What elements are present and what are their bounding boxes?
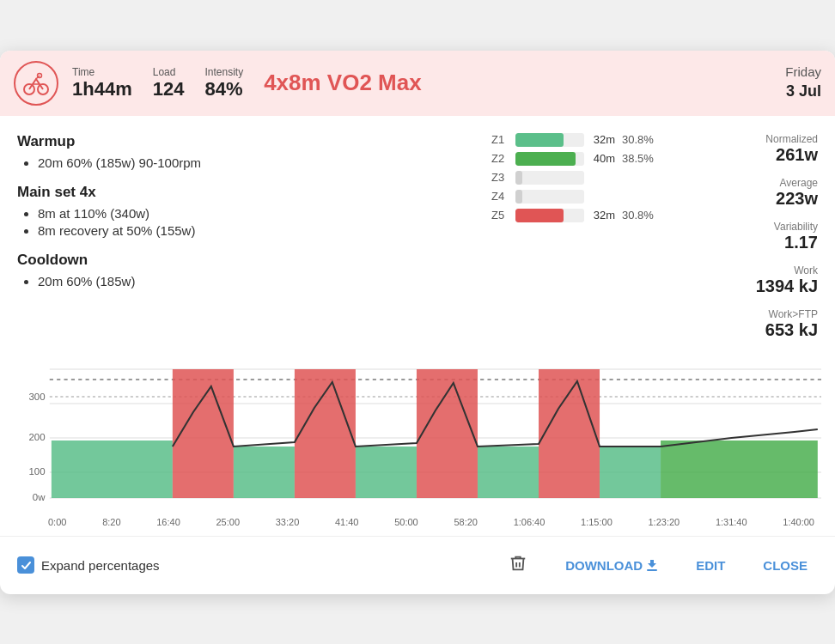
metric-label-3: Work — [698, 264, 818, 276]
zone-label-4: Z5 — [491, 209, 509, 222]
mainset-item-2: 8m recovery at 50% (155w) — [38, 223, 474, 238]
warmup-section: Warmup 20m 60% (185w) 90-100rpm — [17, 133, 474, 170]
x-label-4: 33:20 — [276, 517, 300, 527]
zone-row-z3: Z3 — [491, 171, 680, 185]
x-label-9: 1:15:00 — [581, 517, 613, 527]
zone-bar-container-2 — [515, 171, 584, 185]
header: Time 1h44m Load 124 Intensity 84% 4x8m V… — [0, 51, 835, 116]
expand-percentages-text: Expand percentages — [41, 558, 160, 573]
zone-label-2: Z3 — [491, 171, 509, 184]
mainset-item-1: 8m at 110% (340w) — [38, 206, 474, 221]
expand-percentages-checkbox[interactable] — [17, 556, 34, 574]
zone-bar-3 — [515, 190, 522, 204]
zone-bar-1 — [515, 152, 576, 166]
svg-rect-19 — [417, 369, 478, 498]
cooldown-title: Cooldown — [17, 252, 474, 269]
metric-group-2: Variability 1.17 — [698, 221, 818, 252]
download-button[interactable]: DOWNLOAD — [555, 551, 668, 580]
zone-pct-0: 30.8% — [622, 133, 654, 146]
load-label: Load — [153, 66, 176, 78]
metric-label-0: Normalized — [698, 133, 818, 145]
svg-rect-20 — [478, 447, 539, 498]
x-label-12: 1:40:00 — [783, 517, 814, 527]
x-label-6: 50:00 — [394, 517, 418, 527]
x-label-3: 25:00 — [216, 517, 240, 527]
warmup-title: Warmup — [17, 133, 474, 150]
zone-stats: Z1 32m 30.8% Z2 40m 38.5% Z3 Z4 — [491, 133, 680, 352]
intensity-label: Intensity — [204, 66, 243, 78]
zone-row-z1: Z1 32m 30.8% — [491, 133, 680, 147]
footer: Expand percentages DOWNLOAD EDIT CLOSE — [0, 536, 835, 594]
cooldown-item-1: 20m 60% (185w) — [38, 274, 474, 289]
svg-rect-18 — [356, 447, 417, 498]
x-label-2: 16:40 — [156, 517, 180, 527]
zone-row-z4: Z4 — [491, 190, 680, 204]
svg-rect-21 — [539, 369, 600, 498]
cycling-icon — [14, 61, 58, 106]
zone-time-4: 32m — [591, 209, 615, 222]
close-label: CLOSE — [763, 558, 808, 573]
zone-bar-container-3 — [515, 190, 584, 204]
metric-value-3: 1394 kJ — [698, 276, 818, 296]
svg-text:100: 100 — [28, 466, 45, 477]
mainset-section: Main set 4x 8m at 110% (340w) 8m recover… — [17, 184, 474, 238]
stat-intensity: Intensity 84% — [204, 66, 243, 100]
zone-time-0: 32m — [591, 133, 615, 146]
header-stats: Time 1h44m Load 124 Intensity 84% — [72, 66, 243, 100]
metric-group-4: Work>FTP 653 kJ — [698, 308, 818, 340]
zone-time-1: 40m — [591, 152, 615, 165]
edit-button[interactable]: EDIT — [686, 551, 735, 580]
zone-label-3: Z4 — [491, 190, 509, 203]
metric-group-3: Work 1394 kJ — [698, 264, 818, 296]
expand-percentages-label[interactable]: Expand percentages — [17, 556, 160, 574]
svg-rect-23 — [661, 440, 818, 498]
zone-bar-2 — [515, 171, 522, 185]
zone-bar-4 — [515, 209, 564, 222]
time-value: 1h44m — [72, 78, 132, 100]
chart-area: 300 200 100 0w — [0, 361, 835, 536]
close-button[interactable]: CLOSE — [753, 551, 818, 580]
x-label-11: 1:31:40 — [716, 517, 747, 527]
load-value: 124 — [153, 78, 185, 100]
x-label-7: 58:20 — [454, 517, 478, 527]
svg-rect-14 — [52, 440, 173, 498]
x-label-1: 8:20 — [102, 517, 120, 527]
workout-card: Time 1h44m Load 124 Intensity 84% 4x8m V… — [0, 51, 835, 594]
svg-rect-24 — [647, 569, 657, 571]
delete-button[interactable] — [498, 547, 538, 584]
description: Warmup 20m 60% (185w) 90-100rpm Main set… — [17, 133, 474, 352]
zone-bar-container-0 — [515, 133, 584, 147]
stat-load: Load 124 — [153, 66, 185, 100]
zone-bar-container-4 — [515, 209, 584, 222]
x-label-10: 1:23:20 — [648, 517, 680, 527]
main-content: Warmup 20m 60% (185w) 90-100rpm Main set… — [0, 116, 835, 361]
day-name: Friday — [785, 63, 821, 81]
zone-bar-0 — [515, 133, 564, 147]
svg-text:0w: 0w — [33, 492, 46, 502]
zone-label-0: Z1 — [491, 133, 509, 146]
metrics: Normalized 261w Average 223w Variability… — [698, 133, 818, 352]
zone-pct-4: 30.8% — [622, 209, 654, 222]
metric-value-0: 261w — [698, 145, 818, 165]
warmup-item-1: 20m 60% (185w) 90-100rpm — [38, 155, 474, 170]
metric-value-2: 1.17 — [698, 233, 818, 252]
zone-bar-container-1 — [515, 152, 584, 166]
x-label-8: 1:06:40 — [514, 517, 545, 527]
metric-label-1: Average — [698, 177, 818, 189]
edit-label: EDIT — [696, 558, 725, 573]
svg-rect-16 — [234, 447, 295, 498]
metric-group-0: Normalized 261w — [698, 133, 818, 165]
x-label-0: 0:00 — [48, 517, 66, 527]
metric-value-1: 223w — [698, 189, 818, 209]
metric-label-4: Work>FTP — [698, 308, 818, 320]
zone-row-z2: Z2 40m 38.5% — [491, 152, 680, 166]
time-label: Time — [72, 66, 94, 78]
metric-value-4: 653 kJ — [698, 320, 818, 340]
metric-label-2: Variability — [698, 221, 818, 233]
date-value: 3 Jul — [785, 81, 821, 102]
intensity-value: 84% — [204, 78, 242, 100]
svg-text:200: 200 — [28, 432, 45, 442]
zone-label-1: Z2 — [491, 152, 509, 165]
svg-rect-15 — [173, 369, 234, 498]
workout-chart: 300 200 100 0w — [14, 361, 821, 515]
